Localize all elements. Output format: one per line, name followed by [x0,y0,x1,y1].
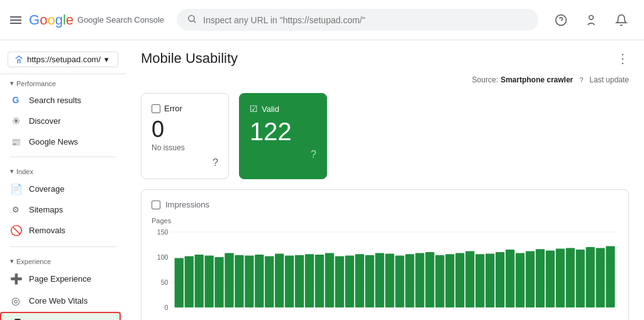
main-content: Mobile Usability ⋮ Source: Smartphone cr… [126,40,644,320]
svg-rect-26 [305,254,314,307]
logo: Google Google Search Console [29,12,164,28]
sidebar-item-coverage[interactable]: 📄 Coverage [0,178,121,200]
chart-card: Impressions Pages 150 100 50 0 [141,189,629,320]
divider-2 [10,246,116,247]
chart-area: 150 100 50 0 [152,226,618,320]
valid-help-icon[interactable]: ? [250,149,316,160]
svg-rect-56 [606,246,614,307]
section-performance[interactable]: ▾ Performance [0,74,126,90]
sidebar-item-removals[interactable]: 🚫 Removals [0,219,121,241]
error-sublabel: No issues [152,143,218,152]
sidebar-item-search-results[interactable]: G Search results [0,90,121,110]
svg-rect-22 [265,256,274,307]
url-inspect-bar[interactable] [177,9,538,31]
hamburger-menu[interactable] [10,14,21,26]
section-experience[interactable]: ▾ Experience [0,252,126,268]
svg-rect-51 [556,248,565,307]
product-name: Google Search Console [77,15,164,25]
valid-count: 122 [250,119,316,144]
svg-rect-52 [566,248,575,307]
sidebar-label-coverage: Coverage [29,184,64,194]
svg-rect-27 [315,255,324,307]
svg-rect-45 [496,252,504,307]
section-index[interactable]: ▾ Index [0,162,126,178]
chart-checkbox[interactable] [152,201,160,209]
svg-rect-46 [506,250,514,307]
account-button[interactable] [579,8,604,33]
svg-point-0 [189,16,194,21]
discover-icon: ✳ [10,115,21,127]
svg-rect-15 [194,255,203,307]
chart-header: Impressions [152,200,618,209]
more-options-button[interactable]: ⋮ [616,51,629,66]
property-selector[interactable]: https://setupad.com/ ▾ [8,52,118,67]
valid-card-header: ☑ Valid [250,104,316,114]
last-update-label: Last update [589,75,629,84]
svg-text:50: 50 [161,279,169,286]
svg-line-1 [194,21,196,23]
svg-rect-43 [475,254,484,307]
svg-text:0: 0 [165,304,169,311]
sidebar-item-page-experience[interactable]: ➕ Page Experience [0,268,121,290]
svg-rect-24 [285,256,294,307]
property-selector-area: https://setupad.com/ ▾ [0,52,126,74]
svg-rect-29 [335,256,344,307]
source-value: Smartphone crawler [501,75,573,84]
property-url: https://setupad.com/ [27,55,101,64]
error-count: 0 [152,118,218,141]
url-inspect-input[interactable] [203,15,528,25]
top-action-icons [538,8,634,33]
page-title: Mobile Usability [141,50,238,67]
svg-rect-16 [204,256,213,307]
valid-card[interactable]: ☑ Valid 122 ? [239,93,327,179]
svg-rect-44 [486,253,494,307]
svg-rect-49 [536,249,545,307]
svg-rect-50 [546,251,555,307]
source-bar: Source: Smartphone crawler ? Last update [126,72,644,93]
divider-1 [10,157,116,157]
main-layout: https://setupad.com/ ▾ ▾ Performance G S… [0,40,644,320]
svg-rect-25 [295,255,304,307]
sidebar-item-google-news[interactable]: 📰 Google News [0,132,121,152]
chart-label: Impressions [165,200,209,209]
coverage-icon: 📄 [10,183,21,195]
svg-rect-14 [185,256,194,307]
section-arrow-index: ▾ [10,167,14,175]
cards-area: Error 0 No issues ? ☑ Valid 122 ? [126,93,644,320]
svg-rect-32 [365,255,374,307]
svg-text:150: 150 [157,229,169,236]
error-help-icon[interactable]: ? [152,157,218,168]
sidebar-label-removals: Removals [29,226,65,235]
svg-rect-34 [385,253,394,307]
valid-label: Valid [262,104,279,114]
svg-rect-40 [445,254,454,307]
sidebar-label-core-web-vitals: Core Web Vitals [29,296,87,306]
svg-rect-47 [516,253,525,307]
svg-text:100: 100 [157,254,169,261]
source-help-icon[interactable]: ? [575,74,587,86]
search-icon [187,14,197,26]
google-wordmark: Google [29,12,74,28]
svg-rect-37 [415,253,424,307]
svg-rect-17 [214,257,223,307]
core-web-vitals-icon: ◎ [10,295,21,307]
help-button[interactable] [548,8,574,33]
sidebar-item-sitemaps[interactable]: ⚙ Sitemaps [0,200,121,219]
top-bar: Google Google Search Console [0,0,644,40]
sidebar-item-mobile-usability[interactable]: 📱 Mobile Usability [0,312,121,320]
svg-rect-39 [435,255,444,307]
sidebar-label-sitemaps: Sitemaps [29,205,63,214]
svg-rect-13 [175,258,184,307]
notifications-button[interactable] [609,8,634,33]
status-cards: Error 0 No issues ? ☑ Valid 122 ? [141,93,629,179]
svg-rect-42 [465,251,474,307]
sidebar-label-page-experience: Page Experience [29,274,91,284]
sidebar-item-core-web-vitals[interactable]: ◎ Core Web Vitals [0,290,121,312]
error-checkbox[interactable] [152,104,160,113]
svg-rect-18 [225,253,233,307]
error-card[interactable]: Error 0 No issues ? [141,93,229,179]
sidebar-label-search-results: Search results [29,96,81,105]
svg-rect-38 [425,252,434,307]
svg-rect-28 [325,253,334,307]
sidebar-item-discover[interactable]: ✳ Discover [0,110,121,132]
